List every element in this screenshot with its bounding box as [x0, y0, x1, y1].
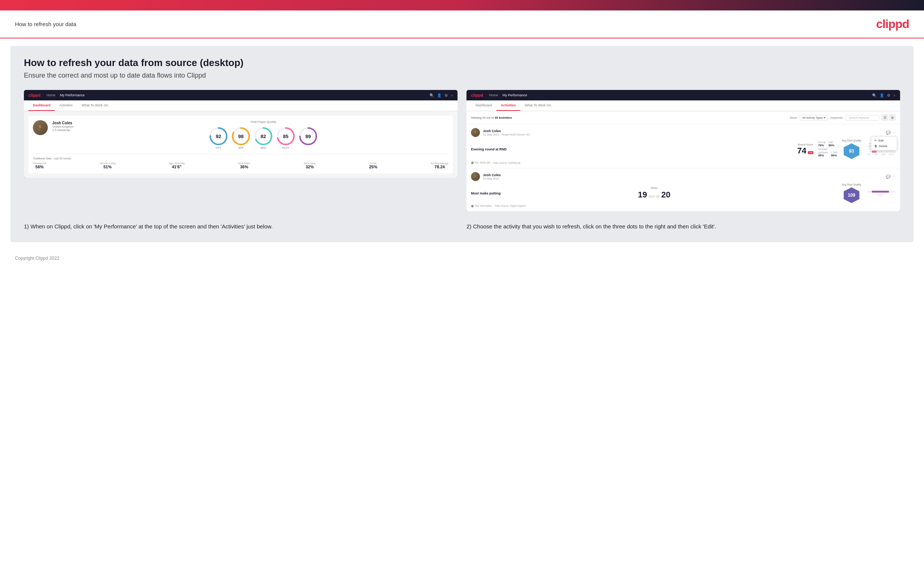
shots-total: 20 — [661, 190, 670, 200]
chat-icon-1[interactable]: 💬 — [886, 131, 890, 135]
clippd-logo: clippd — [876, 17, 909, 31]
nav-home-1[interactable]: Home — [46, 93, 55, 97]
prox-label: App. Proximity — [169, 162, 184, 164]
hex-value-93: 93 — [849, 148, 854, 154]
user-icon-2[interactable]: 👤 — [880, 93, 884, 97]
tab-work-on-1[interactable]: What To Work On — [77, 100, 113, 111]
ott-value: 92 — [216, 134, 221, 139]
tab-activities-2[interactable]: Activities — [496, 100, 520, 111]
avg-label-2: Avg Shot Quality — [842, 183, 861, 186]
activities-header: Viewing 24 out of 35 Activities Show: Al… — [467, 111, 900, 124]
fw-stat: FW Hit 79% — [818, 141, 825, 147]
total-value: 89 — [305, 134, 311, 139]
mcr-label-putt1: 27 — [866, 150, 871, 153]
menu-item-delete[interactable]: 🗑 Delete — [871, 143, 897, 149]
avg-shot-2: Avg Shot Quality 109 — [842, 183, 861, 203]
viewing-text: Viewing 24 out of 35 Activities — [471, 116, 512, 119]
stat-fh: Fairways Hit 56% — [33, 162, 46, 169]
activity-2-name: Josh Coles — [483, 173, 883, 177]
activity-1-footer: ⬤ Tee: White (M) Data Source: GolfStat.a… — [471, 161, 896, 164]
avatar-icon-2[interactable]: ○ — [893, 93, 896, 97]
stat-sandsave: Sand Save 32% — [304, 162, 316, 169]
tab-dashboard-1[interactable]: Dashboard — [28, 100, 55, 111]
app-value: 98 — [238, 134, 244, 139]
search-icon-2[interactable]: 🔍 — [872, 93, 877, 97]
keyword-input[interactable]: Search keyword — [846, 115, 879, 121]
stat-gir: Greens In Reg 51% — [100, 162, 115, 169]
tab-dashboard-2[interactable]: Dashboard — [471, 100, 496, 111]
mini-chart-bars-2: 109 — [866, 191, 896, 193]
hex-value-109: 109 — [848, 193, 855, 198]
scoring-label: Scoring Average — [431, 162, 449, 164]
updown-stat: Up/Down 45% — [818, 151, 828, 157]
circle-app: 98 — [231, 127, 250, 146]
nav-icons-2: 🔍 👤 ⚙ ○ — [872, 93, 896, 97]
avatar-icon-1[interactable]: ○ — [451, 93, 453, 97]
fh-label: Fairways Hit — [33, 162, 46, 164]
chat-icon-2[interactable]: 💬 — [886, 175, 890, 179]
activity-1-title: Evening round at RND — [471, 147, 793, 151]
app-logo-1: clippd — [28, 93, 40, 97]
show-label: Show: — [790, 116, 797, 119]
nav-home-2[interactable]: Home — [489, 93, 498, 97]
activity-2-title: Must make putting — [471, 192, 633, 195]
menu-item-edit[interactable]: ✏ Edit — [871, 138, 897, 143]
tab-activities-1[interactable]: Activities — [55, 100, 77, 111]
trad-row: Fairways Hit 56% Greens In Reg 51% App. … — [33, 162, 449, 169]
gir-stat: GIR 50% — [829, 141, 834, 147]
bar-label-arg: ARG — [881, 153, 886, 156]
mcr-wrap-putt2 — [872, 191, 896, 193]
nav-performance-2[interactable]: My Performance — [502, 93, 527, 97]
settings-icon-1[interactable]: ⚙ — [444, 93, 448, 97]
instruction-text-2: 2) Choose the activity that you wish to … — [467, 222, 900, 231]
app-nav-1: clippd Home My Performance 🔍 👤 ⚙ ○ — [24, 90, 457, 100]
player-name-1: Josh Coles — [52, 121, 74, 125]
prox-value: 41'6" — [172, 164, 181, 169]
screenshots-row: clippd Home My Performance 🔍 👤 ⚙ ○ Dashb… — [24, 90, 900, 212]
edit-icon: ✏ — [874, 139, 877, 142]
more-icon-2[interactable]: ⋯ — [892, 175, 896, 179]
circle-putt: 85 — [276, 127, 296, 146]
activity-item-2: 🏌️ Josh Coles 29 May 2022 💬 ⋯ Must make … — [467, 168, 900, 212]
list-view-icon[interactable]: ☰ — [881, 114, 888, 121]
instructions-row: 1) When on Clippd, click on 'My Performa… — [24, 222, 900, 231]
viewing-count: 35 Activities — [494, 116, 512, 119]
show-select[interactable]: All Activity Types ▾ — [800, 115, 828, 121]
shots-value-row: 19 OUT OF 20 — [638, 190, 670, 200]
more-icon-1[interactable]: ⋯ — [892, 131, 896, 135]
activity-2-icons: 💬 ⋯ — [886, 175, 896, 179]
fh-value: 56% — [36, 164, 44, 169]
edit-delete-menu: ✏ Edit 🗑 Delete — [871, 136, 897, 150]
putt-value: 85 — [283, 134, 288, 139]
metric-putt: 85 PUTT — [276, 127, 296, 149]
traditional-stats: Traditional Stats Last 20 rounds Fairway… — [33, 154, 449, 169]
instruction-2: 2) Choose the activity that you wish to … — [467, 222, 900, 231]
grid-view-icon[interactable]: ⊞ — [889, 114, 896, 121]
sandsave-label: Sand Save — [304, 162, 316, 164]
user-icon-1[interactable]: 👤 — [437, 93, 441, 97]
nav-links-2: Home My Performance — [489, 93, 527, 97]
gir-label: Greens In Reg — [100, 162, 115, 164]
tab-work-on-2[interactable]: What To Work On — [520, 100, 556, 111]
search-icon-1[interactable]: 🔍 — [430, 93, 434, 97]
metric-ott: 92 OTT — [209, 127, 228, 149]
settings-icon-2[interactable]: ⚙ — [887, 93, 890, 97]
arg-label: ARG — [260, 147, 266, 149]
player-info-1: Josh Coles United Kingdom 1.5 Handicap — [52, 120, 74, 132]
instruction-1: 1) When on Clippd, click on 'My Performa… — [24, 222, 457, 231]
mini-bar-putt1: 27 — [866, 150, 896, 153]
app-dashboard-screenshot: clippd Home My Performance 🔍 👤 ⚙ ○ Dashb… — [24, 90, 457, 178]
nav-performance-1[interactable]: My Performance — [60, 93, 84, 97]
tee-info: ⬤ Tee: White (M) — [471, 161, 490, 164]
slide-title: How to refresh your data from source (de… — [24, 57, 900, 69]
ott-label: OTT — [216, 147, 221, 149]
rs-value: 74 — [797, 147, 806, 155]
trad-title: Traditional Stats Last 20 rounds — [33, 157, 449, 160]
stat-1putt: 1 Putt 25% — [369, 162, 377, 169]
activity-2-date: 29 May 2022 — [483, 177, 883, 180]
edit-label: Edit — [879, 139, 884, 142]
mcr-label-ott: 50 — [866, 143, 871, 145]
keyword-label: Keywords: — [830, 116, 843, 119]
activity-1-player-info: Josh Coles 31 May 2022 · Royal North Dev… — [483, 129, 883, 136]
shots-out-of: OUT OF — [648, 195, 659, 198]
